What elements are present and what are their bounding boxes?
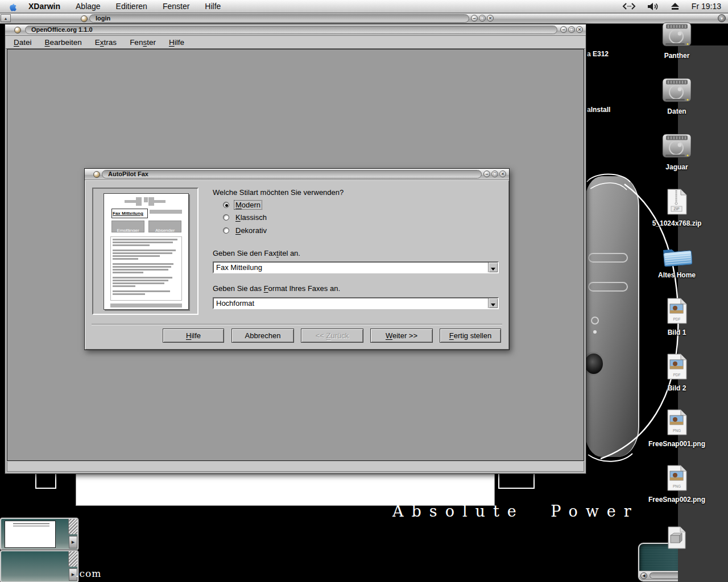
mac-menu-item-editieren[interactable]: Editieren [116, 2, 147, 11]
dialog-button-hilfe[interactable]: Hilfe [163, 329, 224, 343]
preview-recipient-box: Empfänger [111, 221, 144, 232]
title-capsule[interactable]: AutoPilot Fax [102, 170, 482, 178]
close-button[interactable]: × [576, 26, 583, 33]
scroll-left-button[interactable]: ◀ [640, 572, 647, 579]
radio-klassisch[interactable] [223, 214, 229, 221]
format-field-label: Geben Sie das Format Ihres Faxes an. [213, 284, 340, 293]
dialog-button-fertig-stellen[interactable]: Fertig stellen [440, 329, 501, 343]
svg-text:PNG: PNG [673, 429, 681, 433]
apple-menu-icon[interactable] [8, 1, 17, 11]
preview-bar [150, 210, 182, 214]
desktop-icon-freesnap002-png[interactable]: PNGFreeSnap002.png [640, 465, 714, 504]
oo-menu-item-hilfe[interactable]: Hilfe [169, 38, 184, 47]
preview-text-line [113, 239, 177, 240]
mac-menu-item-ablage[interactable]: Ablage [76, 2, 101, 11]
login-window-controls: – □ × [471, 15, 494, 22]
window-menu-sphere-icon[interactable] [14, 27, 21, 34]
desktop-icon-package[interactable] [640, 526, 714, 551]
imagedoc-icon: PDF [664, 298, 690, 325]
faxtitle-combobox[interactable]: Fax Mitteilung [213, 261, 499, 273]
dialog-button-weiter[interactable]: Weiter >> [370, 329, 433, 343]
preview-text-line [113, 269, 168, 271]
dialog-title: AutoPilot Fax [102, 171, 481, 178]
window-menu-sphere-icon[interactable] [81, 15, 88, 22]
minimize-button[interactable]: – [483, 171, 490, 177]
title-capsule[interactable]: OpenOffice.org 1.1.0 [25, 26, 557, 34]
desktop-icon-label: Altes Home [640, 271, 714, 279]
autopilot-fax-dialog: AutoPilot Fax – □ × Fax Mitteilung Empfä [84, 168, 510, 350]
format-combobox[interactable]: Hochformat [213, 297, 499, 309]
radio-label-modern[interactable]: Modern [234, 201, 262, 209]
mini-window-grip[interactable] [68, 519, 77, 534]
package-icon [665, 526, 689, 549]
close-button[interactable]: × [499, 171, 506, 177]
desktop-icon-label: Panther [640, 52, 714, 60]
mac-menu-item-fenster[interactable]: Fenster [163, 2, 189, 11]
dropdown-arrow-button[interactable] [488, 263, 498, 272]
preview-text-line [113, 290, 170, 292]
power-button-image [591, 317, 599, 325]
desktop-icon-altes-home[interactable]: Altes Home [640, 242, 714, 279]
preview-text-line [113, 280, 168, 281]
login-title-capsule[interactable]: login [89, 14, 469, 23]
svg-text:ZIP: ZIP [673, 207, 679, 211]
minimize-button[interactable]: – [560, 26, 567, 33]
mini-window-document[interactable]: ▶ [0, 518, 78, 550]
maximize-button[interactable]: □ [568, 26, 575, 33]
desktop-icon-label: Bild 2 [640, 384, 714, 392]
desktop-icon-jaguar[interactable]: Jaguar [640, 133, 714, 171]
desktop-icon-label: FreeSnap001.png [640, 440, 714, 448]
desktop-icon-label: FreeSnap002.png [640, 496, 714, 504]
dropdown-arrow-button[interactable] [488, 298, 498, 308]
menubar-clock[interactable]: Fr 19:13 [692, 2, 721, 11]
preview-text-line [113, 258, 138, 260]
openoffice-menubar: DateiBearbeitenExtrasFensterHilfe [6, 36, 585, 49]
led-image [593, 330, 597, 334]
chevron-down-icon [491, 304, 495, 306]
openoffice-window-title: OpenOffice.org 1.1.0 [26, 26, 557, 34]
wallpaper-caption: .com [76, 568, 101, 579]
desktop-icon-bild-1[interactable]: PDFBild 1 [640, 298, 714, 336]
oo-menu-item-datei[interactable]: Datei [14, 38, 32, 47]
mini-window[interactable]: ▶ [0, 550, 78, 582]
oo-menu-item-extras[interactable]: Extras [95, 38, 117, 47]
shade-up-button[interactable]: ▲ [1, 14, 11, 22]
desktop-icon-panther[interactable]: Panther [640, 22, 714, 60]
shade-down-button[interactable]: ▼ [718, 14, 726, 22]
desktop-icon-freesnap001-png[interactable]: PNGFreeSnap001.png [640, 409, 714, 448]
shaded-window-login[interactable]: ▲ login – □ × ▼ [0, 13, 728, 24]
radio-modern[interactable] [223, 202, 229, 208]
volume-icon[interactable] [647, 2, 659, 11]
mini-window-arrow-button[interactable]: ▶ [69, 536, 77, 548]
zipfile-icon: ZIP [664, 189, 690, 215]
desktop-icon-label: Bild 1 [640, 329, 714, 336]
fax-logo-placeholder [125, 197, 167, 206]
dialog-button-abbrechen[interactable]: Abbrechen [231, 329, 294, 343]
preview-text-line [113, 263, 173, 265]
maximize-button[interactable]: □ [479, 15, 486, 22]
openoffice-titlebar[interactable]: OpenOffice.org 1.1.0 – □ × [5, 24, 586, 36]
desktop-icon-5-1024x768-zip[interactable]: ZIP5_1024x768.zip [640, 189, 714, 227]
mini-window-grip[interactable] [68, 551, 77, 567]
oo-menu-item-bearbeiten[interactable]: Bearbeiten [45, 38, 82, 47]
style-question-label: Welche Stilart möchten Sie verwenden? [213, 188, 344, 197]
dialog-titlebar[interactable]: AutoPilot Fax – □ × [85, 169, 509, 180]
minimize-button[interactable]: – [471, 15, 478, 22]
mac-menu-item-hilfe[interactable]: Hilfe [205, 2, 221, 11]
mini-document [5, 521, 56, 548]
desktop-icon-daten[interactable]: Daten [640, 77, 714, 115]
window-menu-sphere-icon[interactable] [93, 171, 100, 178]
menubar-app-name[interactable]: XDarwin [28, 2, 60, 11]
input-menu-icon[interactable] [622, 2, 636, 10]
folder-icon [661, 242, 692, 267]
radio-dekorativ[interactable] [223, 227, 229, 234]
desktop-icon-bild-2[interactable]: PDFBild 2 [640, 354, 714, 392]
eject-icon[interactable] [670, 2, 680, 10]
radio-label-dekorativ[interactable]: Dekorativ [234, 226, 268, 235]
maximize-button[interactable]: □ [491, 171, 498, 177]
oo-menu-item-fenster[interactable]: Fenster [130, 38, 156, 47]
mac-menubar: XDarwin AblageEditierenFensterHilfe Fr 1… [0, 0, 728, 13]
radio-label-klassisch[interactable]: Klassisch [234, 213, 268, 222]
preview-text-line [113, 244, 150, 246]
close-button[interactable]: × [487, 15, 494, 22]
